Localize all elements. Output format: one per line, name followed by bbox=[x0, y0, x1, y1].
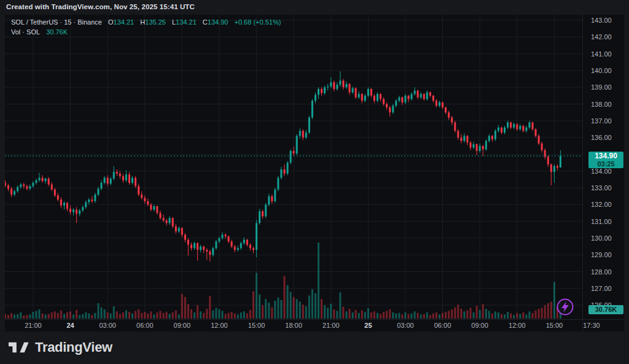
price-tick-label: 129.00 bbox=[591, 251, 612, 258]
open-label: O bbox=[108, 18, 114, 26]
tradingview-logo-icon bbox=[9, 340, 29, 355]
chart-legend[interactable]: SOL / TetherUS · 15 · Binance O134.21 H1… bbox=[11, 17, 281, 37]
symbol-title[interactable]: SOL / TetherUS · 15 · Binance bbox=[11, 18, 102, 26]
volume-value: 30.76K bbox=[46, 28, 68, 36]
close-label: C bbox=[203, 18, 208, 26]
price-tick-label: 128.00 bbox=[591, 268, 612, 276]
tradingview-snapshot: { "header": {"title": "Created with Trad… bbox=[0, 0, 629, 364]
price-tick-label: 139.00 bbox=[591, 83, 612, 91]
price-tick-label: 132.00 bbox=[591, 201, 612, 208]
time-tick-label: 06:00 bbox=[429, 322, 456, 329]
change-value: +0.68 (+0.51%) bbox=[235, 18, 281, 26]
time-tick-label: 12:00 bbox=[504, 322, 531, 329]
time-tick-label: 06:00 bbox=[131, 322, 158, 329]
time-tick-label: 17:30 bbox=[578, 322, 605, 329]
price-tick-label: 141.00 bbox=[591, 50, 612, 58]
snapshot-header: Created with TradingView.com, Nov 25, 20… bbox=[0, 0, 629, 15]
time-tick-label: 25 bbox=[354, 322, 381, 329]
lightning-icon[interactable] bbox=[556, 298, 574, 316]
time-tick-label: 24 bbox=[57, 322, 84, 329]
high-value: 135.25 bbox=[145, 18, 166, 26]
open-value: 134.21 bbox=[114, 18, 135, 26]
price-tick-label: 142.00 bbox=[591, 33, 612, 41]
price-tick-label: 133.00 bbox=[591, 184, 612, 192]
time-tick-label: 18:00 bbox=[280, 322, 307, 329]
price-tick-label: 130.00 bbox=[591, 234, 612, 242]
tradingview-brand[interactable]: TradingView bbox=[9, 339, 112, 355]
time-tick-label: 15:00 bbox=[243, 322, 270, 329]
time-tick-label: 21:00 bbox=[318, 322, 345, 329]
price-tick-label: 138.00 bbox=[591, 101, 612, 108]
price-tick-label: 136.00 bbox=[591, 134, 612, 141]
time-tick-label: 03:00 bbox=[392, 322, 419, 329]
volume-axis-badge: 30.76K bbox=[588, 305, 623, 314]
tradingview-wordmark: TradingView bbox=[35, 339, 112, 355]
time-tick-label: 03:00 bbox=[94, 322, 121, 329]
time-tick-label: 12:00 bbox=[206, 322, 233, 329]
price-tick-label: 143.00 bbox=[591, 17, 612, 24]
snapshot-title: Created with TradingView.com, Nov 25, 20… bbox=[6, 3, 195, 10]
price-tick-label: 127.00 bbox=[591, 285, 612, 292]
time-tick-label: 09:00 bbox=[168, 322, 195, 329]
time-tick-label: 09:00 bbox=[466, 322, 493, 329]
price-tick-label: 131.00 bbox=[591, 218, 612, 225]
time-axis[interactable]: 21:002403:0006:0009:0012:0015:0018:0021:… bbox=[5, 320, 624, 331]
low-value: 134.21 bbox=[176, 18, 197, 26]
volume-label[interactable]: Vol · SOL bbox=[11, 28, 40, 36]
snapshot-footer: TradingView bbox=[0, 331, 629, 364]
legend-row-symbol: SOL / TetherUS · 15 · Binance O134.21 H1… bbox=[11, 17, 281, 27]
chart-panel[interactable]: SOL / TetherUS · 15 · Binance O134.21 H1… bbox=[5, 15, 624, 331]
price-tick-label: 140.00 bbox=[591, 67, 612, 74]
price-tick-label: 137.00 bbox=[591, 117, 612, 125]
price-tick-label: 134.00 bbox=[591, 168, 612, 175]
current-price-badge: 134.90 03:25 bbox=[588, 152, 623, 168]
legend-row-volume: Vol · SOL 30.76K bbox=[11, 27, 281, 37]
current-price-value: 134.90 bbox=[588, 152, 623, 160]
chart-canvas[interactable] bbox=[5, 15, 624, 331]
time-tick-label: 15:00 bbox=[541, 322, 568, 329]
bar-countdown: 03:25 bbox=[588, 160, 623, 168]
time-tick-label: 21:00 bbox=[20, 322, 47, 329]
close-value: 134.90 bbox=[208, 18, 229, 26]
